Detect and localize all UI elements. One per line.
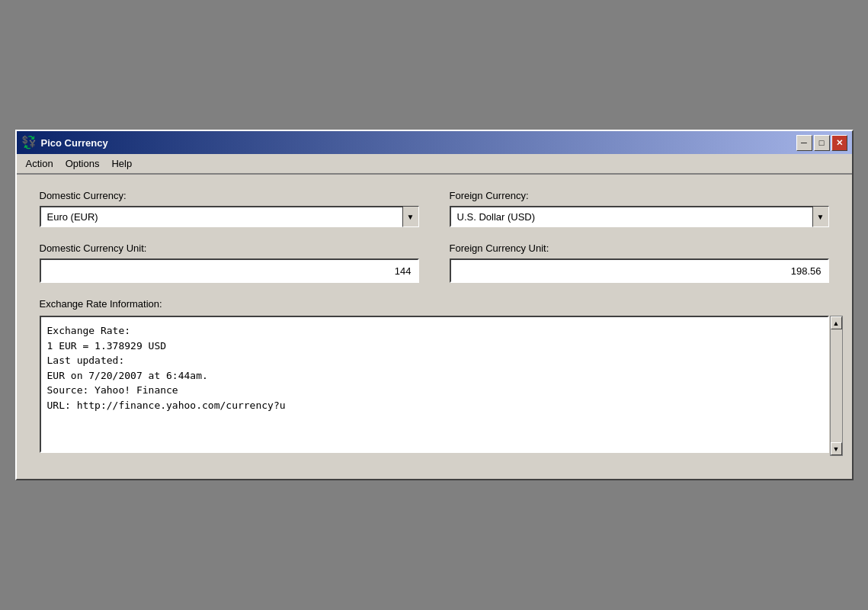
main-window: 💱 Pico Currency ─ □ ✕ Action Options Hel… <box>15 130 854 480</box>
scrollbar-down-button[interactable]: ▼ <box>831 442 842 455</box>
domestic-unit-label: Domestic Currency Unit: <box>40 242 419 254</box>
domestic-unit-col: Domestic Currency Unit: <box>40 242 419 283</box>
domestic-unit-input[interactable] <box>40 258 419 283</box>
domestic-currency-col: Domestic Currency: Euro (EUR)US Dollar (… <box>40 190 419 227</box>
currency-dropdowns-row: Domestic Currency: Euro (EUR)US Dollar (… <box>40 190 829 227</box>
minimize-button[interactable]: ─ <box>796 135 812 151</box>
content-area: Domestic Currency: Euro (EUR)US Dollar (… <box>17 175 852 479</box>
foreign-currency-label: Foreign Currency: <box>450 190 829 201</box>
domestic-currency-select[interactable]: Euro (EUR)US Dollar (USD)British Pound (… <box>40 206 419 227</box>
exchange-rate-label: Exchange Rate Information: <box>40 298 829 310</box>
domestic-currency-label: Domestic Currency: <box>40 190 419 201</box>
foreign-unit-label: Foreign Currency Unit: <box>450 242 829 254</box>
exchange-rate-section: Exchange Rate Information: Exchange Rate… <box>40 298 829 456</box>
foreign-unit-col: Foreign Currency Unit: <box>450 242 829 283</box>
foreign-currency-select[interactable]: U.S. Dollar (USD)Euro (EUR)British Pound… <box>450 206 829 227</box>
currency-units-row: Domestic Currency Unit: Foreign Currency… <box>40 242 829 283</box>
menu-action[interactable]: Action <box>20 156 59 172</box>
app-icon: 💱 <box>21 135 37 150</box>
maximize-button[interactable]: □ <box>814 135 830 151</box>
exchange-rate-textarea[interactable]: Exchange Rate: 1 EUR = 1.378929 USD Last… <box>40 316 829 453</box>
title-bar: 💱 Pico Currency ─ □ ✕ <box>17 131 852 154</box>
close-button[interactable]: ✕ <box>831 135 847 151</box>
scrollbar-up-button[interactable]: ▲ <box>831 316 842 329</box>
foreign-currency-col: Foreign Currency: U.S. Dollar (USD)Euro … <box>450 190 829 227</box>
window-title: Pico Currency <box>41 137 108 149</box>
menu-options[interactable]: Options <box>59 156 106 172</box>
domestic-currency-dropdown-wrapper: Euro (EUR)US Dollar (USD)British Pound (… <box>40 206 419 227</box>
foreign-currency-dropdown-wrapper: U.S. Dollar (USD)Euro (EUR)British Pound… <box>450 206 829 227</box>
exchange-info-wrapper: Exchange Rate: 1 EUR = 1.378929 USD Last… <box>40 316 829 456</box>
title-bar-buttons: ─ □ ✕ <box>796 135 847 151</box>
foreign-unit-input[interactable] <box>450 258 829 283</box>
scrollbar-vertical: ▲ ▼ <box>830 316 843 456</box>
menu-help[interactable]: Help <box>105 156 138 172</box>
title-bar-left: 💱 Pico Currency <box>21 135 108 150</box>
scrollbar-track <box>831 329 842 442</box>
menu-bar: Action Options Help <box>17 154 852 174</box>
